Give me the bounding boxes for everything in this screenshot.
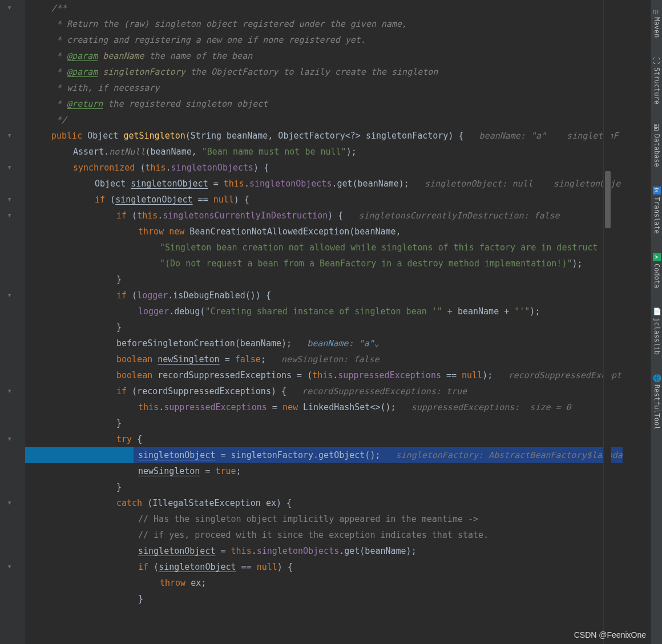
tab-structure[interactable]: ⛶Structure xyxy=(652,54,662,108)
fold-arrow-icon[interactable]: ▸ xyxy=(6,501,15,505)
code-line[interactable]: * with, if necessary xyxy=(25,80,623,96)
fold-arrow-icon[interactable]: ▸ xyxy=(6,565,15,569)
token: singletonObjects xyxy=(171,163,254,173)
editor-area: ▸▸▸▸▸▸▸▸▸▸ /** * Return the (raw) single… xyxy=(0,0,623,644)
code-line[interactable]: synchronized (this.singletonObjects) { xyxy=(25,160,623,176)
code-line[interactable]: public Object getSingleton(String beanNa… xyxy=(25,128,623,144)
token: Object xyxy=(95,179,131,189)
token: null xyxy=(257,562,277,572)
token: throw xyxy=(160,578,191,588)
token: singletonObjects xyxy=(249,179,332,189)
token: true xyxy=(215,466,236,476)
token: Object xyxy=(87,131,123,141)
token: singletonObjects xyxy=(257,546,340,556)
fold-arrow-icon[interactable]: ▸ xyxy=(6,133,15,138)
token: . xyxy=(252,546,257,556)
code-line[interactable]: throw ex; xyxy=(25,575,623,591)
token: this xyxy=(138,402,159,412)
code-line[interactable]: } xyxy=(25,479,623,495)
code-line[interactable]: logger.debug("Creating shared instance o… xyxy=(25,303,623,319)
token: "(Do not request a bean from a BeanFacto… xyxy=(160,258,572,269)
code-line[interactable]: * creating and registering a new one if … xyxy=(25,32,623,48)
fold-arrow-icon[interactable]: ▸ xyxy=(6,213,15,218)
code-line[interactable]: /** xyxy=(25,0,623,16)
fold-arrow-icon[interactable]: ▸ xyxy=(6,293,15,298)
code-line[interactable]: singletonObject = singletonFactory.getOb… xyxy=(25,447,623,463)
code-line[interactable]: if (logger.isDebugEnabled()) { xyxy=(25,287,623,303)
code-line[interactable]: boolean newSingleton = false; newSinglet… xyxy=(25,351,623,367)
scrollbar[interactable] xyxy=(603,0,611,644)
code-body[interactable]: /** * Return the (raw) singleton object … xyxy=(25,0,623,644)
code-line[interactable]: Assert.notNull(beanName, "Bean name must… xyxy=(25,144,623,160)
token: the registered singleton object xyxy=(103,99,268,109)
code-line[interactable]: * Return the (raw) singleton object regi… xyxy=(25,16,623,32)
code-line[interactable]: } xyxy=(25,591,623,607)
token: newSingleton xyxy=(158,354,219,364)
token: ( xyxy=(132,290,137,301)
token: . xyxy=(244,179,249,189)
code-line[interactable]: Object singletonObject = this.singletonO… xyxy=(25,176,623,192)
code-line[interactable]: if (singletonObject == null) { xyxy=(25,192,623,208)
token: new xyxy=(282,402,303,412)
token: singletonFactory: AbstractBeanFactory$la… xyxy=(396,450,623,460)
code-line[interactable]: beforeSingletonCreation(beanName); beanN… xyxy=(25,335,623,351)
token: ) { xyxy=(328,210,358,221)
code-line[interactable]: newSingleton = true; xyxy=(25,463,623,479)
fold-arrow-icon[interactable]: ▸ xyxy=(6,197,15,202)
tab-restfultool[interactable]: 🌐RestfulTool xyxy=(652,371,662,433)
token: ); xyxy=(572,258,582,269)
code-line[interactable]: } xyxy=(25,319,623,335)
fold-arrow-icon[interactable]: ▸ xyxy=(6,437,15,442)
code-line[interactable]: boolean recordSuppressedExceptions = (th… xyxy=(25,367,623,383)
code-line[interactable]: // if yes, proceed with it since the exc… xyxy=(25,527,623,543)
token: singletonObject xyxy=(138,546,215,556)
token: this xyxy=(145,163,166,173)
code-line[interactable]: catch (IllegalStateException ex) { xyxy=(25,495,623,511)
tab-codota[interactable]: >Codota xyxy=(652,250,662,291)
token: recordSuppressedExceptions: true xyxy=(302,386,467,396)
token: newSingleton: false xyxy=(281,354,380,364)
token: } xyxy=(138,594,143,604)
token: public xyxy=(51,131,87,141)
fold-arrow-icon[interactable]: ▸ xyxy=(6,6,15,10)
token: . xyxy=(333,370,338,380)
fold-arrow-icon[interactable]: ▸ xyxy=(6,165,15,170)
code-line[interactable]: if (recordSuppressedExceptions) { record… xyxy=(25,383,623,399)
code-line[interactable]: * @return the registered singleton objec… xyxy=(25,96,623,112)
token: } xyxy=(116,418,122,428)
tab-jclasslib[interactable]: 📄jclasslib xyxy=(652,304,662,358)
token: * Return the (raw) singleton object regi… xyxy=(51,19,407,29)
code-line[interactable]: } xyxy=(25,415,623,431)
code-line[interactable]: if (singletonObject == null) { xyxy=(25,559,623,575)
code-line[interactable]: * @param singletonFactory the ObjectFact… xyxy=(25,64,623,80)
code-line[interactable]: this.suppressedExceptions = new LinkedHa… xyxy=(25,399,623,415)
code-line[interactable]: throw new BeanCreationNotAllowedExceptio… xyxy=(25,224,623,240)
tab-database[interactable]: 🗄Database xyxy=(652,120,662,171)
code-line[interactable]: "Singleton bean creation not allowed whi… xyxy=(25,240,623,256)
token: * xyxy=(51,67,67,77)
token: ( xyxy=(154,562,159,572)
code-line[interactable]: } xyxy=(25,272,623,287)
token: "'" xyxy=(514,306,530,317)
token: "Bean name must not be null" xyxy=(202,147,346,157)
code-line[interactable]: singletonObject = this.singletonObjects.… xyxy=(25,543,623,559)
code-line[interactable]: try { xyxy=(25,431,623,447)
code-line[interactable]: "(Do not request a bean from a BeanFacto… xyxy=(25,256,623,272)
token: == xyxy=(193,195,213,205)
code-line[interactable]: // Has the singleton object implicitly a… xyxy=(25,511,623,527)
token: = xyxy=(200,466,215,476)
token: } xyxy=(116,322,122,333)
token: try xyxy=(116,434,137,444)
token: ); xyxy=(482,370,508,380)
fold-arrow-icon[interactable]: ▸ xyxy=(6,389,15,394)
token: logger xyxy=(137,290,168,301)
token: the ObjectFactory to lazily create the s… xyxy=(185,67,438,77)
tab-translate[interactable]: 文Translate xyxy=(652,183,662,237)
scroll-thumb[interactable] xyxy=(605,171,611,228)
code-line[interactable]: * @param beanName the name of the bean xyxy=(25,48,623,64)
tab-maven[interactable]: mMaven xyxy=(652,3,662,41)
code-line[interactable]: if (this.singletonsCurrentlyInDestructio… xyxy=(25,208,623,224)
token: .get(beanName); xyxy=(332,179,425,189)
token: logger xyxy=(138,306,169,317)
code-line[interactable]: */ xyxy=(25,112,623,128)
